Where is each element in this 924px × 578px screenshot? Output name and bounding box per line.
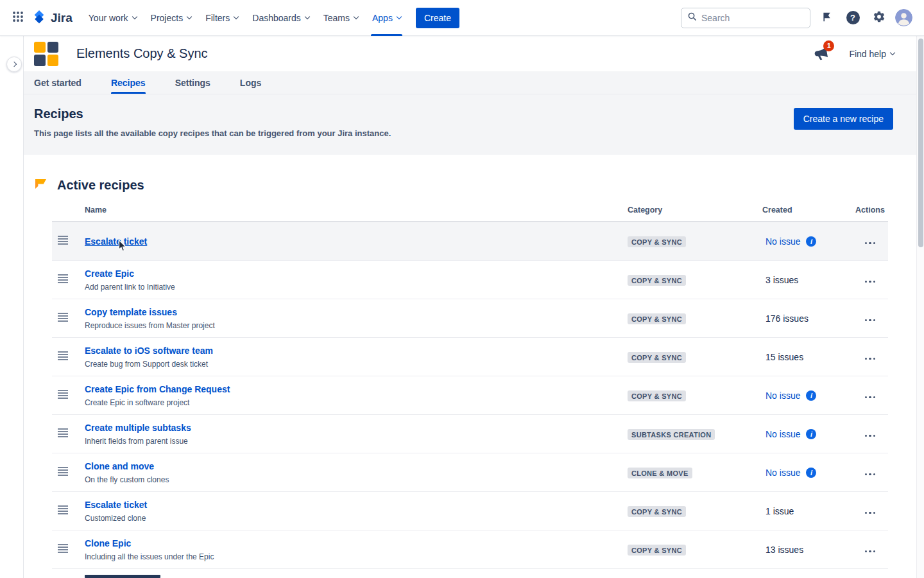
recipe-name-link[interactable]: Escalate to iOS software team	[85, 346, 213, 356]
megaphone-icon	[813, 54, 829, 64]
expand-sidebar-button[interactable]	[6, 57, 22, 72]
actions-cell	[852, 502, 888, 520]
row-actions-button[interactable]	[859, 464, 882, 481]
created-value[interactable]: No issue	[766, 429, 800, 439]
info-icon[interactable]: i	[806, 236, 816, 247]
row-actions-button[interactable]	[859, 232, 882, 250]
settings-button[interactable]	[869, 8, 889, 28]
drag-handle-icon[interactable]	[58, 274, 68, 283]
drag-handle-icon[interactable]	[58, 428, 68, 437]
info-icon[interactable]: i	[806, 468, 816, 478]
row-actions-button[interactable]	[859, 348, 882, 365]
recipe-name-link[interactable]: Copy template issues	[85, 307, 177, 317]
actions-cell	[852, 348, 888, 365]
table-row: Escalate to iOS software team Create bug…	[52, 338, 888, 376]
nav-dashboards[interactable]: Dashboards	[245, 0, 316, 36]
recipe-name-link[interactable]: Create multiple subtasks	[85, 423, 191, 433]
drag-handle-cell	[52, 236, 83, 247]
nav-teams[interactable]: Teams	[316, 0, 365, 36]
row-actions-button[interactable]	[859, 387, 882, 404]
flag-icon	[821, 12, 832, 24]
table-row: Create Epic Add parent link to Initiativ…	[52, 261, 888, 299]
tab-recipes[interactable]: Recipes	[111, 71, 146, 94]
tab-logs[interactable]: Logs	[240, 71, 261, 94]
created-cell: No issue i	[762, 236, 852, 247]
category-badge: COPY & SYNC	[628, 352, 686, 363]
drag-handle-icon[interactable]	[58, 351, 68, 360]
primary-nav: Your work Projects Filters Dashboards Te…	[81, 0, 408, 36]
nav-apps[interactable]: Apps	[365, 0, 408, 36]
search-box[interactable]	[681, 8, 810, 28]
app-panel: Elements Copy & Sync 1 Find help Get sta…	[23, 36, 916, 578]
info-icon[interactable]: i	[806, 429, 816, 439]
created-value[interactable]: No issue	[766, 468, 800, 478]
nav-filters[interactable]: Filters	[198, 0, 245, 36]
search-input[interactable]	[701, 13, 804, 23]
tab-get-started[interactable]: Get started	[34, 71, 81, 94]
info-icon[interactable]: i	[806, 390, 816, 401]
created-cell: 3 issues	[762, 275, 852, 285]
find-help-button[interactable]: Find help	[849, 49, 894, 59]
actions-cell	[852, 541, 888, 558]
announcements-button[interactable]: 1	[812, 46, 830, 62]
drag-handle-icon[interactable]	[58, 467, 68, 476]
recipe-name-link[interactable]: Escalate ticket	[85, 236, 147, 247]
recipe-description: Inherit fields from parent issue	[85, 437, 628, 446]
nav-label: Dashboards	[252, 13, 301, 23]
category-badge: CLONE & MOVE	[628, 468, 692, 478]
row-actions-button[interactable]	[859, 310, 882, 327]
created-value[interactable]: No issue	[766, 390, 800, 401]
table-row: Escalate ticket COPY & SYNC No issue i	[52, 222, 888, 261]
created-value: 3 issues	[766, 275, 798, 285]
nav-projects[interactable]: Projects	[144, 0, 199, 36]
drag-handle-icon[interactable]	[58, 544, 68, 553]
search-icon	[687, 12, 697, 24]
drag-handle-icon[interactable]	[58, 390, 68, 399]
created-value[interactable]: No issue	[766, 236, 800, 247]
chevron-down-icon	[354, 13, 359, 19]
chevron-down-icon	[397, 13, 402, 19]
category-cell: COPY & SYNC	[628, 274, 762, 286]
create-new-recipe-button[interactable]: Create a new recipe	[794, 108, 893, 130]
recipe-name-link[interactable]: Clone and move	[85, 461, 154, 471]
app-header: Elements Copy & Sync 1 Find help	[24, 36, 916, 71]
nav-label: Teams	[323, 13, 350, 23]
scrollbar-track	[916, 36, 924, 578]
chevron-down-icon	[234, 13, 239, 19]
row-actions-button[interactable]	[859, 271, 882, 288]
flag-button[interactable]	[816, 8, 837, 28]
help-icon: ?	[846, 11, 860, 24]
drag-handle-icon[interactable]	[58, 236, 68, 245]
recipe-description: On the fly custom clones	[85, 475, 628, 484]
recipe-name-link[interactable]: Escalate ticket	[85, 500, 147, 510]
page-header: Recipes This page lists all the availabl…	[24, 94, 916, 155]
jira-logo[interactable]: Jira	[28, 10, 81, 26]
create-button[interactable]: Create	[416, 8, 459, 28]
app-grid-icon	[12, 10, 24, 25]
drag-handle-icon[interactable]	[58, 505, 68, 514]
recipe-name-link[interactable]: Clone Epic	[85, 538, 131, 548]
user-avatar[interactable]	[895, 9, 912, 26]
row-actions-button[interactable]	[859, 541, 882, 558]
recipe-name-link[interactable]: Create Epic	[85, 268, 134, 279]
chevron-down-icon	[187, 13, 192, 19]
tab-settings[interactable]: Settings	[175, 71, 210, 94]
recipe-name-link[interactable]: Create Epic from Change Request	[85, 384, 230, 394]
gear-icon	[873, 10, 886, 25]
category-cell: CLONE & MOVE	[628, 467, 762, 478]
recipes-table: Name Category Created Actions Escalate t…	[52, 200, 888, 578]
scrollbar-thumb[interactable]	[918, 39, 923, 247]
drag-handle-cell	[52, 313, 83, 324]
drag-handle-cell	[52, 467, 83, 478]
nav-your-work[interactable]: Your work	[81, 0, 144, 36]
table-row: Create multiple subtasks Inherit fields …	[52, 415, 888, 453]
drag-handle-icon[interactable]	[58, 313, 68, 322]
row-actions-button[interactable]	[859, 502, 882, 520]
column-header-name: Name	[83, 206, 628, 215]
actions-cell	[852, 232, 888, 250]
app-switcher-button[interactable]	[8, 8, 28, 28]
recipes-table-body: Escalate ticket COPY & SYNC No issue i C…	[52, 222, 888, 569]
row-actions-button[interactable]	[859, 425, 882, 442]
actions-cell	[852, 387, 888, 404]
help-button[interactable]: ?	[843, 8, 863, 28]
